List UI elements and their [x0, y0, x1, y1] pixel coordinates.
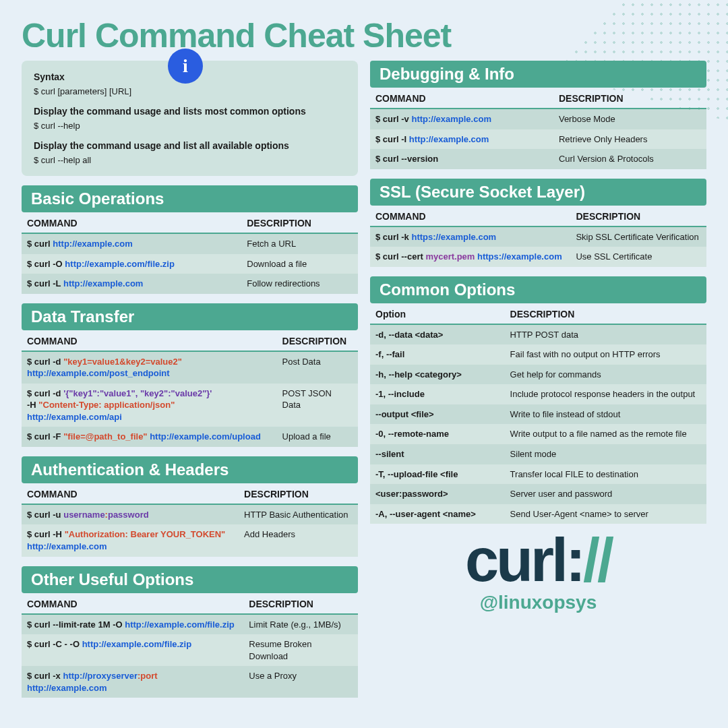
table-row: $ curl --versionCurl Version & Protocols — [370, 149, 706, 169]
cmd-text: $ curl --limit-rate 1M -O — [27, 619, 125, 630]
port-text: :port — [138, 671, 158, 681]
cmd-text: $ curl -k — [375, 232, 411, 242]
auth-section: Authentication & Headers COMMANDDESCRIPT… — [22, 456, 358, 557]
logo-word: curl — [465, 526, 566, 594]
table-row: --output <file>Write to file instead of … — [370, 404, 706, 425]
opt-text: -h, --help <category> — [370, 365, 505, 385]
table-row: $ curl -d "key1=value1&key2=value2"http:… — [22, 351, 358, 384]
basic-table: COMMANDDESCRIPTION $ curl http://example… — [22, 214, 358, 294]
user-text: username — [63, 510, 104, 520]
url-text: http://proxyserver — [63, 671, 138, 681]
desc-text: Transfer local FILE to destination — [505, 464, 706, 485]
url-text: http://example.com — [27, 541, 107, 551]
attribution: @linuxopsys — [370, 592, 706, 613]
cmd-text: $ curl --cert — [375, 251, 425, 262]
table-row: $ curl -H "Authorization: Bearer YOUR_TO… — [22, 524, 358, 556]
opt-text: -T, --upload-file <file — [370, 464, 505, 485]
cmd-text: $ curl -u — [27, 510, 63, 520]
cmd-text: $ curl — [27, 239, 53, 249]
cmd-text: $ curl -x — [27, 671, 63, 681]
opt-text: --output <file> — [370, 404, 505, 425]
other-heading: Other Useful Options — [22, 566, 358, 593]
opt-text: -d, --data <data> — [370, 324, 505, 345]
table-row: -h, --help <category>Get help for comman… — [370, 365, 706, 385]
table-row: $ curl -v http://example.comVerbose Mode — [370, 109, 706, 129]
desc-text: Server user and password — [505, 484, 706, 504]
cmd-text: $ curl -I — [375, 134, 409, 144]
common-heading: Common Options — [370, 276, 706, 303]
json-text: '{"key1":"value1", "key2":"value2"}' — [63, 388, 212, 398]
th-command: COMMAND — [22, 485, 239, 504]
common-table: OptionDESCRIPTION -d, --data <data>HTTP … — [370, 305, 706, 524]
table-row: -0, --remote-nameWrite output to a file … — [370, 424, 706, 444]
table-row: $ curl -F "file=@path_to_file" http://ex… — [22, 427, 358, 447]
desc-text: Download a file — [241, 254, 358, 274]
other-table: COMMANDDESCRIPTION $ curl --limit-rate 1… — [22, 595, 358, 698]
pass-text: password — [108, 510, 149, 520]
opt-text: -A, --user-agent <name> — [370, 504, 505, 524]
data-table: COMMANDDESCRIPTION $ curl -d "key1=value… — [22, 332, 358, 447]
opt-text: -1, --include — [370, 384, 505, 404]
desc-text: POST JSON Data — [277, 384, 358, 427]
auth-table: COMMANDDESCRIPTION $ curl -u username:pa… — [22, 485, 358, 557]
desc-text: Add Headers — [239, 524, 358, 556]
right-column: Debugging & Info COMMANDDESCRIPTION $ cu… — [370, 61, 706, 707]
basic-heading: Basic Operations — [22, 185, 358, 212]
desc-text: Get help for commands — [505, 365, 706, 385]
cmd-text: $ curl -L — [27, 278, 63, 289]
info-icon: i — [168, 49, 203, 84]
table-row: $ curl -x http://proxyserver:port http:/… — [22, 666, 358, 698]
logo-slash: // — [583, 526, 611, 594]
cmd-text: $ curl -d — [27, 357, 63, 367]
syntax-help1-code: $ curl --help — [34, 121, 346, 131]
curl-logo: curl:// @linuxopsys — [370, 533, 706, 613]
file-text: "file=@path_to_file" — [63, 431, 150, 442]
common-section: Common Options OptionDESCRIPTION -d, --d… — [370, 276, 706, 524]
th-command: COMMAND — [370, 207, 570, 226]
desc-text: Follow redirections — [241, 274, 358, 294]
data-heading: Data Transfer — [22, 303, 358, 330]
url-text: https://example.com — [411, 232, 496, 242]
opt-text: -0, --remote-name — [370, 424, 505, 444]
opt-text: --silent — [370, 444, 505, 464]
desc-text: Skip SSL Certificate Verification — [570, 226, 706, 247]
desc-text: Fail fast with no output on HTTP errors — [505, 344, 706, 365]
table-row: --silentSilent mode — [370, 444, 706, 464]
url-text: http://example.com/upload — [150, 431, 261, 442]
url-text: http://example.com/file.zip — [125, 619, 235, 630]
table-row: -f, --failFail fast with no output on HT… — [370, 344, 706, 365]
url-text: http://example.com/file.zip — [82, 639, 192, 649]
query-text: "key1=value1&key2=value2" — [63, 357, 182, 367]
header-text: "Authorization: Bearer YOUR_TOKEN" — [65, 529, 226, 539]
desc-text: Include protocol response headers in the… — [505, 384, 706, 404]
table-head: COMMANDDESCRIPTION — [22, 214, 358, 233]
desc-text: HTTP Basic Authentication — [239, 504, 358, 525]
cmd-text: $ curl -O — [27, 259, 65, 269]
cmd-text: $ curl -v — [375, 114, 411, 124]
syntax-box: i Syntax $ curl [parameters] [URL] Displ… — [22, 61, 358, 176]
table-row: -d, --data <data>HTTP POST data — [370, 324, 706, 345]
desc-text: Resume Broken Download — [243, 634, 358, 666]
th-desc: DESCRIPTION — [243, 595, 358, 614]
table-row: $ curl -k https://example.comSkip SSL Ce… — [370, 226, 706, 247]
desc-text: Curl Version & Protocols — [553, 149, 706, 169]
table-row: $ curl -I http://example.comRetrieve Onl… — [370, 129, 706, 150]
desc-text: Use SSL Certificate — [570, 247, 706, 267]
syntax-help2-label: Display the command usage and list all a… — [34, 140, 346, 151]
table-row: <user:password>Server user and password — [370, 484, 706, 504]
th-command: COMMAND — [22, 214, 241, 233]
desc-text: Write to file instead of stdout — [505, 404, 706, 425]
basic-section: Basic Operations COMMANDDESCRIPTION $ cu… — [22, 185, 358, 294]
content-wrap: i Syntax $ curl [parameters] [URL] Displ… — [0, 61, 728, 707]
cmd-text: $ curl -C - -O — [27, 639, 82, 649]
desc-text: Use a Proxy — [243, 666, 358, 698]
desc-text: Fetch a URL — [241, 233, 358, 254]
ssl-section: SSL (Secure Socket Layer) COMMANDDESCRIP… — [370, 179, 706, 267]
table-row: $ curl --limit-rate 1M -O http://example… — [22, 614, 358, 635]
desc-text: Upload a file — [277, 427, 358, 447]
left-column: i Syntax $ curl [parameters] [URL] Displ… — [22, 61, 358, 707]
th-desc: DESCRIPTION — [505, 305, 706, 324]
logo-colon: : — [566, 526, 583, 594]
th-desc: DESCRIPTION — [277, 332, 358, 351]
cert-text: mycert.pem — [425, 251, 477, 262]
